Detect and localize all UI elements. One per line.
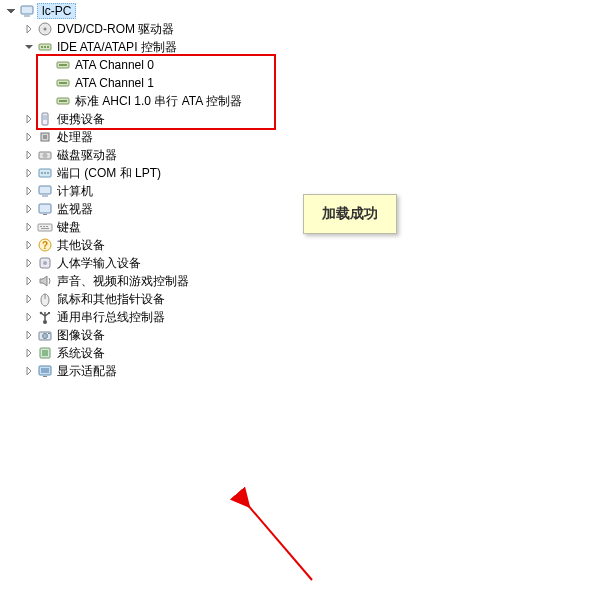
tree-node-display[interactable]: 显示适配器 [22, 362, 594, 380]
expand-toggle[interactable] [22, 112, 36, 126]
tree-root-node[interactable]: lc-PC [4, 2, 594, 20]
tree-node-mouse[interactable]: 鼠标和其他指针设备 [22, 290, 594, 308]
expand-toggle[interactable] [22, 310, 36, 324]
svg-rect-0 [21, 6, 33, 14]
expand-toggle[interactable] [22, 328, 36, 342]
tree-node-ide-child[interactable]: 标准 AHCI 1.0 串行 ATA 控制器 [40, 92, 594, 110]
svg-rect-17 [43, 135, 47, 139]
svg-point-43 [40, 312, 43, 315]
hid-icon [37, 255, 53, 271]
tree-node-cpu[interactable]: 处理器 [22, 128, 594, 146]
tree-node-imaging[interactable]: 图像设备 [22, 326, 594, 344]
tree-node-ide-child[interactable]: ATA Channel 0 [40, 56, 594, 74]
svg-rect-51 [41, 368, 49, 373]
svg-rect-15 [43, 115, 47, 120]
tree-node-usb[interactable]: 通用串行总线控制器 [22, 308, 594, 326]
svg-rect-27 [43, 214, 47, 215]
expand-spacer [40, 76, 54, 90]
svg-point-22 [44, 172, 46, 174]
ide-channel-icon [55, 93, 71, 109]
tree-root-label[interactable]: lc-PC [37, 3, 76, 19]
svg-rect-5 [41, 46, 43, 48]
display-icon [37, 363, 53, 379]
svg-rect-32 [41, 228, 49, 229]
monitor-icon [37, 201, 53, 217]
tree-node-label[interactable]: 人体学输入设备 [55, 255, 143, 272]
tree-node-label[interactable]: 鼠标和其他指针设备 [55, 291, 167, 308]
diskdrv-icon [37, 147, 53, 163]
ide-channel-icon [55, 75, 71, 91]
portable-icon [37, 111, 53, 127]
tree-node-label[interactable]: 标准 AHCI 1.0 串行 ATA 控制器 [73, 93, 244, 110]
tree-node-label[interactable]: DVD/CD-ROM 驱动器 [55, 21, 176, 38]
svg-point-3 [44, 28, 47, 31]
tree-node-label[interactable]: 计算机 [55, 183, 95, 200]
annotation-callout: 加载成功 [303, 194, 397, 234]
tree-node-label[interactable]: 磁盘驱动器 [55, 147, 119, 164]
tree-node-ide[interactable]: IDE ATA/ATAPI 控制器 [22, 38, 594, 56]
tree-node-label[interactable]: 便携设备 [55, 111, 107, 128]
svg-rect-13 [59, 100, 67, 102]
tree-node-label[interactable]: 处理器 [55, 129, 95, 146]
svg-text:?: ? [42, 240, 48, 251]
svg-rect-6 [44, 46, 46, 48]
tree-node-label[interactable]: 系统设备 [55, 345, 107, 362]
svg-point-36 [43, 261, 47, 265]
expand-toggle[interactable] [22, 130, 36, 144]
tree-node-hid[interactable]: 人体学输入设备 [22, 254, 594, 272]
expand-toggle[interactable] [22, 184, 36, 198]
svg-rect-52 [43, 376, 47, 377]
svg-point-23 [47, 172, 49, 174]
tree-node-ports[interactable]: 端口 (COM 和 LPT) [22, 164, 594, 182]
cpu-icon [37, 129, 53, 145]
expand-toggle[interactable] [22, 148, 36, 162]
tree-node-label[interactable]: ATA Channel 0 [73, 58, 156, 72]
keyboard-icon [37, 219, 53, 235]
tree-node-label[interactable]: 显示适配器 [55, 363, 119, 380]
tree-node-label[interactable]: 监视器 [55, 201, 95, 218]
svg-rect-31 [46, 226, 48, 227]
expand-spacer [40, 58, 54, 72]
svg-rect-24 [39, 186, 51, 194]
svg-point-21 [41, 172, 43, 174]
ide-icon [37, 39, 53, 55]
expand-toggle[interactable] [22, 22, 36, 36]
expand-toggle[interactable] [22, 256, 36, 270]
tree-node-other[interactable]: ?其他设备 [22, 236, 594, 254]
expand-toggle[interactable] [22, 220, 36, 234]
expand-toggle[interactable] [22, 238, 36, 252]
tree-node-label[interactable]: 声音、视频和游戏控制器 [55, 273, 191, 290]
tree-node-label[interactable]: ATA Channel 1 [73, 76, 156, 90]
other-icon: ? [37, 237, 53, 253]
tree-node-dvd[interactable]: DVD/CD-ROM 驱动器 [22, 20, 594, 38]
svg-rect-11 [59, 82, 67, 84]
tree-node-label[interactable]: IDE ATA/ATAPI 控制器 [55, 39, 179, 56]
svg-rect-25 [42, 195, 48, 197]
computer-icon [37, 183, 53, 199]
expand-toggle[interactable] [22, 364, 36, 378]
tree-node-ide-child[interactable]: ATA Channel 1 [40, 74, 594, 92]
tree-node-sound[interactable]: 声音、视频和游戏控制器 [22, 272, 594, 290]
tree-node-diskdrv[interactable]: 磁盘驱动器 [22, 146, 594, 164]
expand-toggle[interactable] [22, 202, 36, 216]
tree-node-system[interactable]: 系统设备 [22, 344, 594, 362]
svg-rect-28 [38, 224, 52, 231]
tree-node-label[interactable]: 图像设备 [55, 327, 107, 344]
expand-toggle[interactable] [22, 166, 36, 180]
mouse-icon [37, 291, 53, 307]
expand-toggle[interactable] [22, 40, 36, 54]
tree-node-label[interactable]: 通用串行总线控制器 [55, 309, 167, 326]
device-tree: lc-PC DVD/CD-ROM 驱动器IDE ATA/ATAPI 控制器ATA… [0, 0, 594, 380]
expand-toggle[interactable] [22, 292, 36, 306]
tree-node-label[interactable]: 键盘 [55, 219, 83, 236]
usb-icon [37, 309, 53, 325]
expand-toggle[interactable] [4, 4, 18, 18]
tree-node-label[interactable]: 端口 (COM 和 LPT) [55, 165, 163, 182]
tree-node-portable[interactable]: 便携设备 [22, 110, 594, 128]
svg-rect-29 [40, 226, 42, 227]
tree-node-label[interactable]: 其他设备 [55, 237, 107, 254]
svg-rect-44 [48, 312, 50, 314]
expand-toggle[interactable] [22, 346, 36, 360]
expand-toggle[interactable] [22, 274, 36, 288]
svg-rect-1 [24, 15, 30, 17]
